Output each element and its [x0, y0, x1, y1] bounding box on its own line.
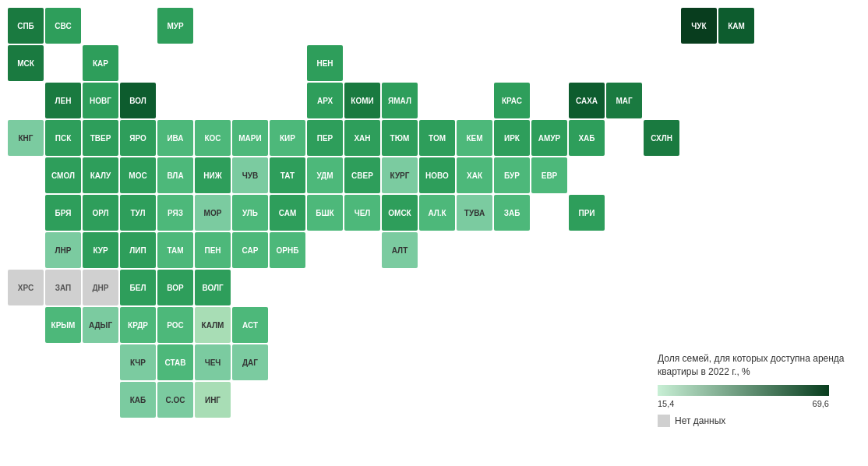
region-cell[interactable]: АЛТ [382, 232, 418, 268]
region-cell[interactable]: ТУВА [457, 195, 492, 231]
region-cell[interactable]: ЕВР [531, 157, 567, 193]
region-cell[interactable]: БШК [307, 195, 343, 231]
legend-max: 69,6 [813, 399, 829, 408]
map-row: ЛНРКУРЛИПТАМПЕНСАРОРНБАЛТ [8, 232, 748, 268]
region-cell[interactable]: МОС [120, 157, 156, 193]
region-cell[interactable]: КРЫМ [45, 307, 81, 343]
region-cell[interactable]: МУР [157, 8, 193, 44]
region-cell[interactable]: ЯМАЛ [382, 83, 418, 118]
region-cell[interactable]: ХАБ [569, 120, 605, 156]
region-cell[interactable]: НИЖ [195, 157, 231, 193]
region-cell[interactable]: УДМ [307, 157, 343, 193]
region-cell[interactable]: ПРИ [569, 195, 605, 231]
region-cell[interactable]: АМУР [531, 120, 567, 156]
region-cell[interactable]: АДЫГ [83, 307, 118, 343]
region-cell[interactable]: НЕН [307, 45, 343, 81]
region-cell[interactable]: САМ [270, 195, 305, 231]
region-cell[interactable]: КУРГ [382, 157, 418, 193]
region-cell[interactable]: ЧЕЛ [344, 195, 380, 231]
region-cell[interactable]: АСТ [232, 307, 268, 343]
region-cell[interactable]: ЛНР [45, 232, 81, 268]
region-cell[interactable]: ДАГ [232, 344, 268, 380]
region-cell[interactable]: КАР [83, 45, 118, 81]
region-cell[interactable]: КАБ [120, 382, 156, 418]
region-cell[interactable]: КАЛМ [195, 307, 231, 343]
region-cell[interactable]: СПБ [8, 8, 44, 44]
region-cell[interactable]: САХА [569, 83, 605, 118]
region-cell[interactable]: ЯРО [120, 120, 156, 156]
region-cell[interactable]: НОВО [419, 157, 455, 193]
region-cell[interactable]: ПСК [45, 120, 81, 156]
map-row: КЧРСТАВЧЕЧДАГ [8, 344, 748, 380]
region-cell[interactable]: ИВА [157, 120, 193, 156]
region-cell[interactable]: КНГ [8, 120, 44, 156]
region-cell[interactable]: ОРНБ [270, 232, 305, 268]
region-cell[interactable]: ВОЛ [120, 83, 156, 118]
region-cell[interactable]: МОР [195, 195, 231, 231]
region-cell[interactable]: АЛ.К [419, 195, 455, 231]
region-cell[interactable]: ТВЕР [83, 120, 118, 156]
region-cell[interactable]: МАРИ [232, 120, 268, 156]
region-cell[interactable]: СМОЛ [45, 157, 81, 193]
region-cell[interactable]: ТОМ [419, 120, 455, 156]
region-cell[interactable]: ИНГ [195, 382, 231, 418]
legend-nodata: Нет данных [658, 415, 845, 427]
region-cell[interactable]: РЯЗ [157, 195, 193, 231]
region-cell[interactable]: СХЛН [644, 120, 679, 156]
region-cell[interactable]: БУР [494, 157, 530, 193]
region-cell[interactable]: КРАС [494, 83, 530, 118]
region-cell[interactable]: КОМИ [344, 83, 380, 118]
region-cell[interactable]: ХАК [457, 157, 492, 193]
region-cell[interactable]: ДНР [83, 270, 118, 305]
region-cell[interactable]: ЛИП [120, 232, 156, 268]
region-cell[interactable]: ТЮМ [382, 120, 418, 156]
region-cell[interactable]: КАЛУ [83, 157, 118, 193]
region-cell[interactable]: КРДР [120, 307, 156, 343]
nodata-box [658, 415, 670, 427]
legend-gradient [658, 385, 829, 396]
region-cell[interactable]: АРХ [307, 83, 343, 118]
region-cell[interactable]: ЛЕН [45, 83, 81, 118]
region-cell[interactable]: ВОР [157, 270, 193, 305]
region-cell[interactable]: ЧУК [681, 8, 717, 44]
region-cell[interactable]: РОС [157, 307, 193, 343]
map-row: СМОЛКАЛУМОСВЛАНИЖЧУВТАТУДМСВЕРКУРГНОВОХА… [8, 157, 748, 193]
region-cell[interactable]: СТАВ [157, 344, 193, 380]
region-cell[interactable]: ПЕР [307, 120, 343, 156]
region-cell[interactable]: ЗАП [45, 270, 81, 305]
region-cell[interactable]: КОС [195, 120, 231, 156]
region-cell[interactable]: ИРК [494, 120, 530, 156]
region-cell[interactable]: КАМ [718, 8, 754, 44]
region-cell[interactable]: С.ОС [157, 382, 193, 418]
region-cell[interactable]: БРЯ [45, 195, 81, 231]
region-cell[interactable]: УЛЬ [232, 195, 268, 231]
region-cell[interactable]: КУР [83, 232, 118, 268]
region-cell[interactable]: МСК [8, 45, 44, 81]
region-cell[interactable]: ЧЕЧ [195, 344, 231, 380]
region-cell[interactable]: ЧУВ [232, 157, 268, 193]
region-cell[interactable]: СВС [45, 8, 81, 44]
region-cell[interactable]: ОМСК [382, 195, 418, 231]
region-cell[interactable]: САР [232, 232, 268, 268]
region-cell[interactable]: КЧР [120, 344, 156, 380]
region-cell[interactable]: ТАТ [270, 157, 305, 193]
region-cell[interactable]: ВЛА [157, 157, 193, 193]
region-cell[interactable]: ХРС [8, 270, 44, 305]
region-cell[interactable]: ТАМ [157, 232, 193, 268]
map-row: СПБСВСМУРЧУККАМ [8, 8, 748, 44]
region-cell[interactable]: ЗАБ [494, 195, 530, 231]
region-cell[interactable]: ВОЛГ [195, 270, 231, 305]
region-cell[interactable]: КЕМ [457, 120, 492, 156]
region-cell[interactable]: ТУЛ [120, 195, 156, 231]
region-cell[interactable]: ХАН [344, 120, 380, 156]
region-cell[interactable]: ПЕН [195, 232, 231, 268]
region-cell[interactable]: НОВГ [83, 83, 118, 118]
map-row: КРЫМАДЫГКРДРРОСКАЛМАСТ [8, 307, 748, 343]
region-cell[interactable]: КИР [270, 120, 305, 156]
region-cell[interactable]: БЕЛ [120, 270, 156, 305]
legend-labels: 15,4 69,6 [658, 399, 829, 408]
region-cell[interactable]: МАГ [606, 83, 642, 118]
region-cell[interactable]: ОРЛ [83, 195, 118, 231]
map-row: ЛЕННОВГВОЛАРХКОМИЯМАЛКРАССАХАМАГ [8, 83, 748, 118]
region-cell[interactable]: СВЕР [344, 157, 380, 193]
